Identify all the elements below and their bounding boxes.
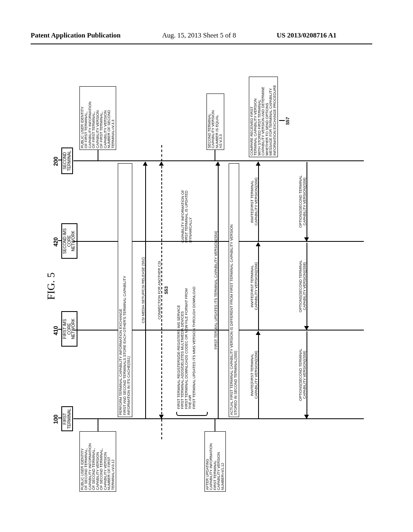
leader-rv33 [215,150,215,161]
arrow-left-icon [304,415,309,419]
msg-s58-c-line [307,331,307,418]
band-s51: PERFORM TERMINAL CAPABILITY INFORMATION … [118,163,132,417]
msg-s56-b: INVITE(FIRST TERMINAL CAPABILITY VERSION… [255,243,261,330]
arrow-right-icon [143,162,148,166]
note-left-2: AFTER UPDATING CAPABILITY INFORMATION FI… [204,431,226,492]
msg-s52: CSI MEDIA SETUP/CSI RELEASE (S52) [142,162,148,418]
msg-s56-b-label: INVITE(FIRST TERMINAL CAPABILITY VERSION… [250,243,258,330]
arrow-right-icon [256,242,261,246]
msg-s58-b: OPTIONS(SECOND TERMINAL CAPABILITY VERSI… [303,243,309,330]
arrow-left-icon [304,326,309,330]
msg-s56-a: INVITE(FIRST TERMINAL CAPABILITY VERSION… [255,331,261,418]
head-first-net: FIRST IMS CORE NETWORK [61,311,77,347]
msg-s53-ext-l [158,419,164,439]
note-dyn-list: FIRST TERMINAL REGISTERS/DE-REGISTERS IM… [176,277,197,410]
note-right-v33: SECOND TERMINAL CAPABILITY VERSION NUMBE… [206,94,224,150]
leader-r1 [98,150,98,161]
msg-s53-label: CONNECTION FOR ANOTHER CSI [158,162,161,418]
msg-s58-a-label: OPTIONS(SECOND TERMINAL CAPABILITY VERSI… [299,162,307,241]
figure-title: FIG. 5 [45,60,57,512]
msg-s56-c-label: INVITE(FIRST TERMINAL CAPABILITY VERSION… [250,162,258,241]
ref-first: 100 [52,415,59,424]
msg-s54-label: FIRST TERMIAL UPDATES ITS TERMINAL CAPAB… [214,162,218,418]
msg-s58-a-line [307,162,307,241]
head-first: FIRST TERMINAL [61,406,73,431]
msg-s58-c-label: OPTIONS(SECOND TERMINAL CAPABILITY VERSI… [299,331,307,418]
figure-5: FIG. 5 100 410 420 200 FIRST TERMINAL FI… [45,60,368,512]
msg-s58-b-line [307,243,307,330]
msg-s54-line [218,162,219,418]
ref-second-net: 420 [52,237,59,247]
header-right: US 2013/0208716 A1 [277,31,336,39]
brace-dyn [176,412,208,416]
label-s57: S57 [285,117,290,125]
note-s57: COMPARE RECEIVED FIRST TERMINAL CAPABILI… [249,77,278,157]
msg-s54: FIRST TERMIAL UPDATES ITS TERMINAL CAPAB… [215,162,220,418]
msg-s56-c-line [258,162,259,241]
head-second: SECOND TERMINAL [61,148,73,174]
lifeline-second [73,160,364,161]
msg-s52-line [145,162,146,418]
header-rule [31,44,372,44]
msg-s53-line [161,162,162,418]
msg-s52-label: CSI MEDIA SETUP/CSI RELEASE (S52) [142,162,145,418]
note-right-1: PUBLIC USER IDENTITY OF FIRST TERMINAL, … [79,86,116,150]
arrow-right-icon [159,162,164,166]
leader-l1 [98,419,98,431]
ref-second: 200 [52,157,59,166]
msg-s58-b-label: OPTIONS(SECOND TERMINAL CAPABILITY VERSI… [299,243,307,330]
figure-wrap: FIG. 5 100 410 420 200 FIRST TERMINAL FI… [45,60,368,512]
arrow-right-icon [256,162,261,166]
msg-s56-a-line [258,331,259,418]
msg-s53-ext-r [158,145,164,161]
leader-s57 [279,120,285,121]
label-s53: S53 [164,286,169,294]
lifeline-first [73,418,364,419]
arrow-right-icon [256,331,261,335]
msg-s56-a-label: INVITE(FIRST TERMINAL CAPABILITY VERSION… [250,331,258,418]
msg-s53: CONNECTION FOR ANOTHER CSI [158,162,164,418]
leader-l2 [215,419,215,431]
arrow-left-icon [159,415,164,419]
note-dyn-right: CAPABILITY INFORMATION OF FIRST TERMINAL… [180,171,193,244]
msg-s56-c: INVITE(FIRST TERMINAL CAPABILITY VERSION… [255,162,261,241]
msg-s56-b-line [258,243,259,330]
header-center: Aug. 15, 2013 Sheet 5 of 8 [162,31,236,39]
header-left: Patent Application Publication [31,31,121,39]
note-left-1: PUBLIC USER IDENTITY OF SECOND TERMINAL,… [79,431,116,492]
arrow-right-icon [215,162,220,166]
msg-s58-a: OPTIONS(SECOND TERMINAL CAPABILITY VERSI… [303,162,309,241]
band-s55: ACTUAL FIRST TERMINAL CAPABILITY VERSION… [229,163,239,417]
arrow-left-icon [304,237,309,241]
msg-s58-c: OPTIONS(SECOND TERMINAL CAPABILITY VERSI… [303,331,309,418]
ref-first-net: 410 [52,326,59,335]
